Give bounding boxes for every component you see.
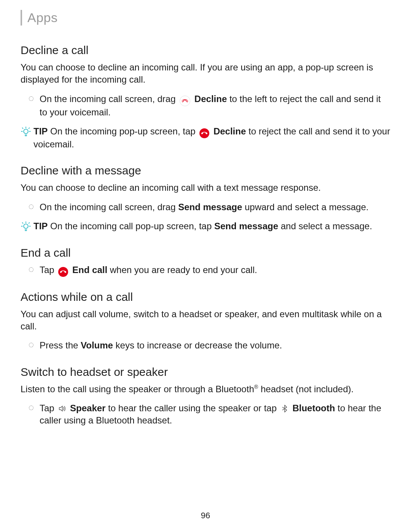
list-switch: Tap Speaker to hear the caller using the… [21,402,390,427]
text-fragment: and select a message. [278,221,372,231]
svg-point-6 [24,224,28,228]
text-bold: Bluetooth [292,403,335,413]
text-bold: End call [72,265,107,275]
tip-block: TIP On the incoming pop-up screen, tap D… [21,125,390,150]
text-fragment: to hear the caller using the speaker or … [105,403,279,413]
tip-block: TIP On the incoming call pop-up screen, … [21,220,390,232]
speaker-icon [57,404,67,413]
lightbulb-icon [21,221,31,232]
bluetooth-icon [280,404,289,413]
text-switch-intro: Listen to the call using the speaker or … [21,383,390,395]
text-bold: Send message [178,202,242,212]
list-item: On the incoming call screen, drag Declin… [21,93,390,118]
text-fragment: On the incoming call pop-up screen, tap [48,221,214,231]
heading-switch-headset: Switch to headset or speaker [21,366,390,379]
tip-label: TIP [33,126,48,136]
text-fragment: Tap [40,265,57,275]
list-decline: On the incoming call screen, drag Declin… [21,93,390,118]
hangup-icon [199,128,209,138]
text-fragment: On the incoming call screen, drag [40,94,178,104]
list-item: Tap End call when you are ready to end y… [21,264,390,277]
text-bold: Volume [81,340,113,350]
svg-line-10 [22,223,23,224]
heading-end-call: End a call [21,246,390,259]
text-bold: Decline [213,126,246,136]
text-sup: ® [254,384,258,390]
text-fragment: Press the [40,340,81,350]
breadcrumb-bar [21,10,22,26]
text-fragment: On the incoming pop-up screen, tap [48,126,198,136]
text-fragment: upward and select a message. [242,202,368,212]
svg-line-4 [22,128,23,129]
list-end-call: Tap End call when you are ready to end y… [21,264,390,277]
list-decline-msg: On the incoming call screen, drag Send m… [21,201,390,213]
page-number: 96 [0,511,411,521]
text-decline-intro: You can choose to decline an incoming ca… [21,61,390,86]
text-bold: Send message [214,221,278,231]
list-item: Tap Speaker to hear the caller using the… [21,402,390,427]
list-actions: Press the Volume keys to increase or dec… [21,339,390,351]
document-page: Apps Decline a call You can choose to de… [0,0,411,532]
text-fragment: Listen to the call using the speaker or … [21,384,254,394]
breadcrumb-title: Apps [27,10,58,26]
breadcrumb: Apps [21,10,390,26]
text-fragment: Tap [40,403,57,413]
svg-line-5 [29,128,30,129]
svg-line-11 [29,223,30,224]
tip-label: TIP [33,221,48,231]
heading-actions-on-call: Actions while on a call [21,291,390,304]
decline-outline-icon [180,96,190,106]
text-fragment: headset (not included). [258,384,354,394]
lightbulb-icon [21,126,31,137]
text-fragment: keys to increase or decrease the volume. [113,340,282,350]
text-fragment: when you are ready to end your call. [107,265,257,275]
heading-decline-message: Decline with a message [21,164,390,177]
text-bold: Speaker [70,403,105,413]
text-fragment: On the incoming call screen, drag [40,202,178,212]
heading-decline-call: Decline a call [21,44,390,57]
list-item: Press the Volume keys to increase or dec… [21,339,390,351]
hangup-icon [58,267,68,277]
text-decline-msg-intro: You can choose to decline an incoming ca… [21,182,390,194]
text-actions-intro: You can adjust call volume, switch to a … [21,308,390,333]
list-item: On the incoming call screen, drag Send m… [21,201,390,213]
svg-point-0 [24,129,28,134]
text-bold: Decline [194,94,227,104]
